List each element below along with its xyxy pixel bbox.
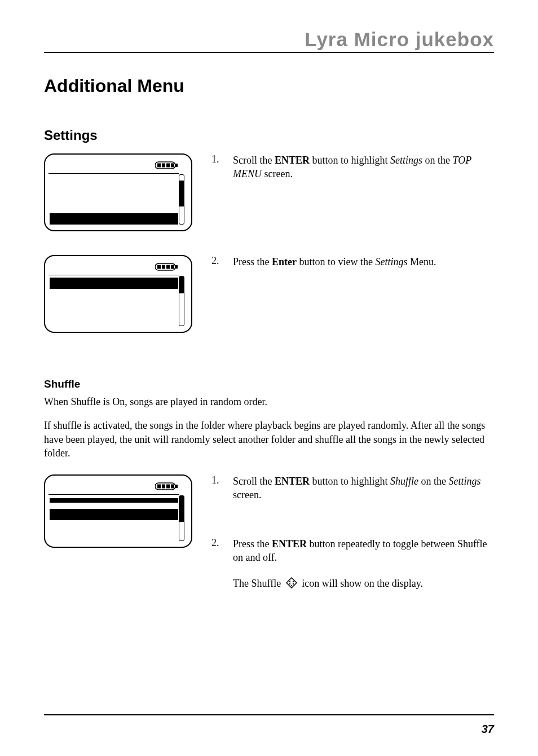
svg-rect-14 [157,485,161,489]
settings-step-2-row: 2. Press the Enter button to view the Se… [44,255,494,333]
step-text: Press the ENTER button repeatedly to tog… [233,537,494,565]
step-number: 1. [211,153,233,181]
step-text: Scroll the ENTER button to highlight Shu… [233,474,494,502]
svg-rect-9 [162,265,165,269]
header-rule [44,52,494,53]
shuffle-heading: Shuffle [44,378,494,390]
page-title: Additional Menu [44,76,494,96]
svg-rect-17 [171,485,174,489]
settings-step-1-row: 1. Scroll the ENTER button to highlight … [44,153,494,231]
svg-point-22 [292,583,293,584]
svg-rect-8 [157,265,161,269]
svg-rect-11 [171,265,174,269]
svg-rect-15 [162,485,165,489]
step-text: Press the Enter button to view the Setti… [233,255,494,269]
svg-rect-13 [175,485,178,488]
svg-rect-16 [166,485,170,489]
shuffle-para-2: If shuffle is activated, the songs in th… [44,419,494,460]
shuffle-note: The Shuffle icon will show on the displa… [233,577,494,590]
scrollbar [179,174,184,225]
svg-point-19 [289,581,290,582]
footer-rule [44,714,494,715]
scrollbar [179,276,184,326]
header-brand: Lyra Micro jukebox [44,28,494,51]
svg-marker-18 [286,578,297,588]
scrollbar [179,495,184,541]
svg-point-21 [289,583,290,584]
svg-rect-2 [157,164,161,168]
battery-icon [155,263,179,271]
device-screen-1 [44,153,192,231]
svg-rect-3 [162,164,165,168]
svg-rect-1 [175,164,178,167]
settings-heading: Settings [44,128,494,143]
step-number: 2. [211,255,233,269]
svg-point-23 [290,585,292,586]
step-text: Scroll the ENTER button to highlight Set… [233,153,494,181]
svg-rect-7 [175,265,178,269]
step-number: 1. [211,474,233,502]
step-number: 2. [211,537,233,565]
svg-rect-5 [171,164,174,168]
page-number: 37 [482,723,494,736]
device-screen-3 [44,474,192,548]
svg-rect-4 [166,164,170,168]
battery-icon [155,482,179,490]
shuffle-para-1: When Shuffle is On, songs are played in … [44,395,494,408]
shuffle-icon [286,577,297,588]
battery-icon [155,161,179,169]
svg-rect-10 [166,265,170,269]
svg-point-20 [292,581,293,582]
device-screen-2 [44,255,192,333]
